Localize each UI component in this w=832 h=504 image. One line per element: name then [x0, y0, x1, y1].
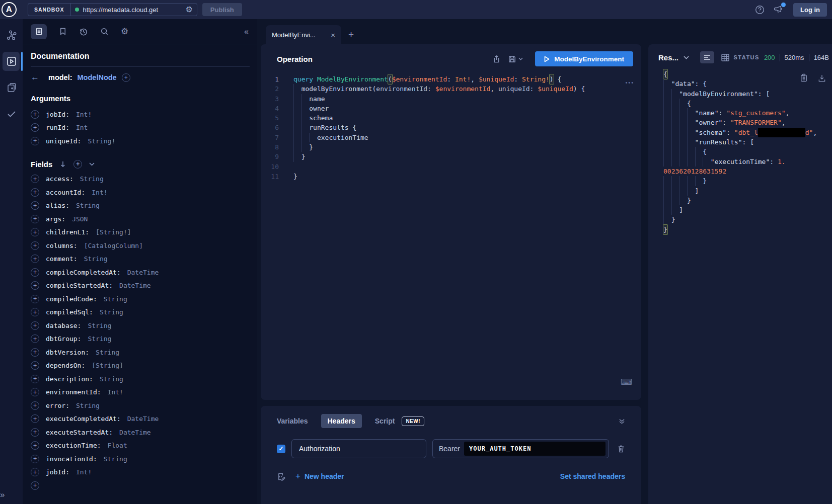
- operation-tab[interactable]: ModelByEnvi... ×: [266, 25, 341, 44]
- collections-bookmark-icon[interactable]: [59, 27, 67, 36]
- add-field-icon[interactable]: +: [31, 481, 39, 490]
- response-dropdown-chevron-icon[interactable]: [684, 56, 689, 59]
- login-button[interactable]: Log in: [793, 3, 827, 17]
- keyboard-shortcuts-icon[interactable]: ⌨: [621, 377, 632, 387]
- field-row[interactable]: +compileStartedAt:DateTime: [31, 279, 250, 293]
- add-type-icon[interactable]: +: [122, 73, 130, 82]
- field-row[interactable]: +database:String: [31, 319, 250, 332]
- apollo-logo[interactable]: A: [2, 2, 17, 17]
- field-row[interactable]: +dbtVersion:String: [31, 346, 250, 359]
- save-menu-chevron-icon[interactable]: [518, 57, 523, 60]
- add-field-icon[interactable]: +: [31, 110, 39, 119]
- add-field-icon[interactable]: +: [31, 361, 39, 370]
- field-row[interactable]: +environmentId:Int!: [31, 386, 250, 399]
- field-row[interactable]: +dbtGroup:String: [31, 332, 250, 346]
- new-tab-icon[interactable]: +: [348, 29, 354, 40]
- add-field-icon[interactable]: +: [31, 375, 39, 383]
- field-row[interactable]: +access:String: [31, 173, 250, 186]
- add-all-fields-icon[interactable]: +: [73, 160, 82, 169]
- query-editor[interactable]: 1query ModelByEnvironment($environmentId…: [261, 74, 641, 181]
- expand-rail-icon[interactable]: »: [0, 490, 23, 500]
- new-header-button[interactable]: + New header: [295, 471, 344, 481]
- search-icon[interactable]: [100, 27, 109, 36]
- add-field-icon[interactable]: +: [31, 188, 39, 197]
- set-shared-headers-button[interactable]: Set shared headers: [560, 472, 625, 480]
- argument-row[interactable]: +runId:Int: [31, 121, 250, 135]
- field-row[interactable]: +dependsOn:[String]: [31, 359, 250, 373]
- operation-collections-icon[interactable]: [0, 77, 23, 98]
- publish-button[interactable]: Publish: [202, 3, 242, 16]
- add-field-icon[interactable]: +: [31, 414, 39, 423]
- field-row[interactable]: +comment:String: [31, 253, 250, 266]
- tab-script[interactable]: Script: [375, 417, 395, 425]
- delete-header-icon[interactable]: [617, 445, 625, 453]
- fields-menu-chevron-icon[interactable]: [89, 162, 95, 166]
- field-row[interactable]: +error:String: [31, 399, 250, 412]
- field-row[interactable]: +description:String: [31, 372, 250, 386]
- add-field-icon[interactable]: +: [31, 241, 39, 250]
- field-row[interactable]: +args:JSON: [31, 212, 250, 226]
- response-json-view-icon[interactable]: [700, 51, 714, 63]
- endpoint-settings-icon[interactable]: ⚙: [186, 6, 193, 14]
- field-row[interactable]: +executeStartedAt:DateTime: [31, 426, 250, 439]
- add-field-icon[interactable]: +: [31, 348, 39, 357]
- add-field-icon[interactable]: +: [31, 175, 39, 183]
- endpoint-url-input[interactable]: https://metadata.cloud.get: [83, 6, 182, 14]
- editor-more-menu-icon[interactable]: •••: [625, 79, 634, 86]
- collapse-panel-icon[interactable]: [619, 418, 625, 425]
- header-value-field[interactable]: Bearer: [432, 439, 609, 458]
- add-field-icon[interactable]: +: [31, 321, 39, 330]
- field-row[interactable]: +compiledCode:String: [31, 292, 250, 306]
- add-field-icon[interactable]: +: [31, 268, 39, 277]
- add-field-icon[interactable]: +: [31, 137, 39, 145]
- breadcrumb-type-link[interactable]: ModelNode: [78, 73, 117, 81]
- add-field-icon[interactable]: +: [31, 255, 39, 263]
- back-arrow-icon[interactable]: ←: [31, 72, 39, 82]
- collapse-docs-icon[interactable]: «: [244, 27, 249, 36]
- help-icon[interactable]: [755, 5, 765, 15]
- copy-response-icon[interactable]: [800, 73, 808, 82]
- add-field-icon[interactable]: +: [31, 295, 39, 303]
- add-field-icon[interactable]: +: [31, 281, 39, 290]
- checks-icon[interactable]: [0, 104, 23, 124]
- schema-graph-icon[interactable]: [0, 25, 23, 45]
- history-icon[interactable]: [79, 27, 88, 36]
- tab-variables[interactable]: Variables: [277, 417, 308, 425]
- argument-row[interactable]: +jobId:Int!: [31, 108, 250, 121]
- add-field-icon[interactable]: +: [31, 201, 39, 210]
- field-row[interactable]: +compiledSql:String: [31, 306, 250, 319]
- close-tab-icon[interactable]: ×: [331, 31, 335, 39]
- add-field-icon[interactable]: +: [31, 228, 39, 236]
- field-row[interactable]: +executionTime:Float: [31, 439, 250, 453]
- field-row[interactable]: +childrenL1:[String!]: [31, 226, 250, 239]
- add-field-icon[interactable]: +: [31, 388, 39, 396]
- add-field-icon[interactable]: +: [31, 455, 39, 463]
- explorer-icon[interactable]: [0, 51, 23, 71]
- add-field-icon[interactable]: +: [31, 428, 39, 437]
- explorer-settings-icon[interactable]: ⚙: [121, 26, 128, 37]
- header-key-input[interactable]: [291, 439, 426, 458]
- add-field-icon[interactable]: +: [31, 441, 39, 450]
- save-operation-icon[interactable]: [508, 55, 516, 63]
- field-row[interactable]: +: [31, 479, 250, 492]
- run-operation-button[interactable]: ModelByEnvironment: [535, 51, 633, 66]
- add-field-icon[interactable]: +: [31, 308, 39, 316]
- tab-headers[interactable]: Headers: [321, 414, 362, 428]
- field-row[interactable]: +accountId:Int!: [31, 186, 250, 199]
- add-field-icon[interactable]: +: [31, 468, 39, 476]
- add-field-icon[interactable]: +: [31, 334, 39, 343]
- add-field-icon[interactable]: +: [31, 123, 39, 132]
- field-row[interactable]: +executeCompletedAt:DateTime: [31, 412, 250, 426]
- field-row[interactable]: +columns:[CatalogColumn]: [31, 239, 250, 253]
- field-row[interactable]: +invocationId:String: [31, 452, 250, 466]
- sort-fields-icon[interactable]: [59, 160, 66, 168]
- auth-token-input[interactable]: [464, 442, 606, 456]
- add-field-icon[interactable]: +: [31, 215, 39, 223]
- add-field-icon[interactable]: +: [31, 401, 39, 410]
- edit-raw-headers-icon[interactable]: [277, 472, 285, 481]
- argument-row[interactable]: +uniqueId:String!: [31, 134, 250, 148]
- response-table-view-icon[interactable]: [721, 54, 729, 61]
- download-response-icon[interactable]: [818, 73, 826, 82]
- field-row[interactable]: +compileCompletedAt:DateTime: [31, 266, 250, 279]
- field-row[interactable]: +alias:String: [31, 199, 250, 213]
